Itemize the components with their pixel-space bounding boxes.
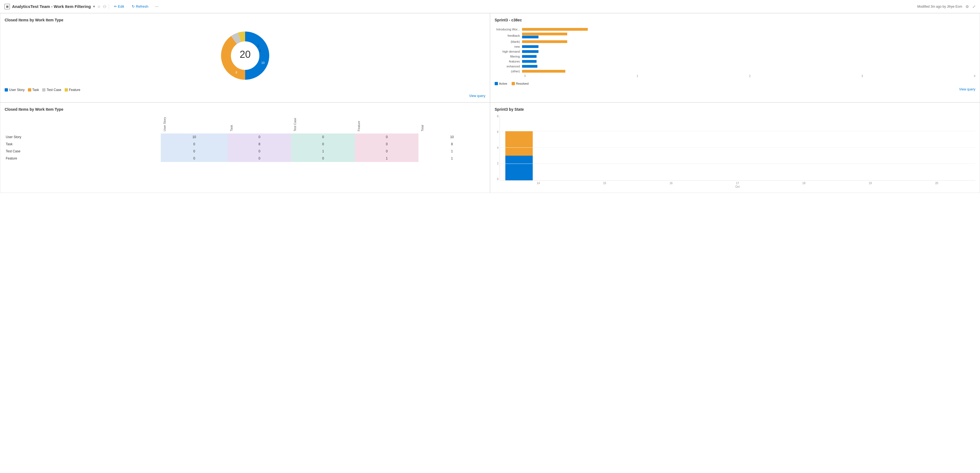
widget-closed-items-table: Closed Items by Work Item Type User Stor… [0, 102, 490, 193]
view-query-sprint3[interactable]: View query [495, 88, 975, 91]
bar-group [522, 40, 975, 43]
y-axis: 0 2 4 6 8 [495, 115, 500, 181]
donut-label-task: 8 [235, 71, 237, 74]
bar-row-label: high demand [495, 50, 522, 53]
bar-row: enhanced [495, 65, 975, 68]
row-label: Feature [5, 155, 161, 162]
star-icon[interactable]: ☆ [97, 5, 101, 9]
view-query-donut[interactable]: View query [5, 94, 485, 98]
cell: 10 [161, 134, 228, 140]
stacked-bar-col [505, 131, 533, 180]
expand-icon[interactable]: ⤢ [972, 5, 975, 9]
stacked-bars-container [500, 115, 975, 181]
work-item-table: User Story Task Test Case Feature Total … [5, 115, 485, 162]
legend-active-label: Active [499, 82, 507, 85]
bar-segment-active [522, 55, 536, 58]
cell: 0 [291, 140, 355, 148]
bar-segment-active [522, 60, 536, 63]
table-row: Task 0 8 0 0 8 [5, 140, 485, 148]
donut-label-user-story: 10 [261, 61, 264, 64]
th-feature: Feature [355, 115, 418, 134]
bar-row-label: feedback [495, 34, 522, 37]
cell: 0 [161, 155, 228, 162]
cell: 0 [228, 155, 291, 162]
cell: 1 [291, 148, 355, 155]
bar-axis: 0 1 2 3 4 [495, 75, 975, 78]
legend-resolved: Resolved [512, 82, 529, 85]
bar-segment-active [522, 50, 538, 53]
bar-row: high demand [495, 50, 975, 53]
legend-color-feature [65, 88, 68, 92]
legend-active-color [495, 82, 498, 85]
bar-row-label: new [495, 45, 522, 48]
cell-total: 1 [418, 155, 485, 162]
table-body: User Story 10 0 0 0 10 Task 0 8 0 0 8 [5, 134, 485, 162]
bar-segment-resolved [522, 28, 588, 31]
row-label: User Story [5, 134, 161, 140]
bar-resolved [505, 131, 533, 156]
legend-task: Task [28, 88, 39, 92]
cell-total: 8 [418, 140, 485, 148]
table-row: Test Case 0 0 1 0 1 [5, 148, 485, 155]
edit-button[interactable]: ✏ Edit [111, 3, 127, 10]
donut-chart-svg: 20 1 1 10 8 [218, 28, 272, 83]
refresh-button[interactable]: ↻ Refresh [129, 3, 151, 10]
cell: 0 [161, 140, 228, 148]
table-row: Feature 0 0 0 1 1 [5, 155, 485, 162]
cell: 0 [355, 134, 418, 140]
table-row: User Story 10 0 0 0 10 [5, 134, 485, 140]
th-user-story: User Story [161, 115, 228, 134]
sprint3-bar-legend: Active Resolved [495, 82, 975, 85]
widget-title-table: Closed Items by Work Item Type [5, 107, 485, 111]
bar-row: new [495, 45, 975, 48]
bar-row: filtering [495, 55, 975, 58]
widget-title-sprint3: Sprint3 - c38ec [495, 18, 975, 22]
bar-row: Introducing Wor... [495, 28, 975, 31]
table-container: User Story Task Test Case Feature Total … [5, 115, 485, 162]
legend-resolved-color [512, 82, 515, 85]
bar-rows: Introducing Wor...feedback(blank)newhigh… [495, 28, 975, 73]
chevron-down-icon[interactable]: ▾ [93, 5, 95, 8]
legend-color-task [28, 88, 31, 92]
donut-legend: User Story Task Test Case Feature [5, 88, 485, 92]
stacked-chart-wrapper: 0 2 4 6 8 [495, 115, 975, 188]
cell: 1 [355, 155, 418, 162]
page-title: AnalyticsTest Team - Work Item Filtering [12, 4, 91, 9]
bar-row-label: (blank) [495, 40, 522, 43]
people-icon[interactable]: ⚇ [103, 5, 107, 9]
donut-label-test-case: 1 [258, 45, 259, 48]
gridline [500, 131, 975, 131]
bar-segment-active [522, 65, 538, 68]
app-header: ▦ AnalyticsTest Team - Work Item Filteri… [0, 0, 980, 13]
th-total: Total [418, 115, 485, 134]
widget-title-sprint3-state: Sprint3 by State [495, 107, 975, 111]
modified-text: Modified 3m ago by Jihye Eom [917, 5, 962, 8]
edit-icon: ✏ [114, 5, 117, 8]
cell: 0 [355, 140, 418, 148]
more-options-button[interactable]: ··· [153, 3, 160, 10]
bar-segment-resolved [522, 33, 567, 35]
donut-total: 20 [239, 49, 250, 60]
refresh-icon: ↻ [132, 5, 135, 8]
bar-row-label: enhanced [495, 65, 522, 68]
legend-user-story: User Story [5, 88, 25, 92]
legend-resolved-label: Resolved [516, 82, 529, 85]
x-labels: 14 15 16 17 18 19 20 [500, 182, 975, 185]
cell: 0 [228, 134, 291, 140]
donut-chart-container: 20 1 1 10 8 [5, 25, 485, 86]
legend-test-case: Test Case [42, 88, 61, 92]
bar-row: (blank) [495, 40, 975, 43]
dashboard: Closed Items by Work Item Type 20 1 1 10… [0, 13, 980, 193]
bar-row-label: filtering [495, 55, 522, 58]
table-header-row: User Story Task Test Case Feature Total [5, 115, 485, 134]
bar-segment-active [522, 36, 538, 38]
legend-active: Active [495, 82, 507, 85]
legend-color-user-story [5, 88, 8, 92]
legend-label-user-story: User Story [9, 88, 25, 92]
bar-group [522, 45, 975, 48]
bar-group [522, 60, 975, 63]
bar-segment-resolved [522, 70, 565, 73]
bar-row: (other) [495, 70, 975, 73]
header-right: Modified 3m ago by Jihye Eom ⚙ ⤢ [917, 5, 975, 9]
settings-icon[interactable]: ⚙ [966, 5, 969, 9]
